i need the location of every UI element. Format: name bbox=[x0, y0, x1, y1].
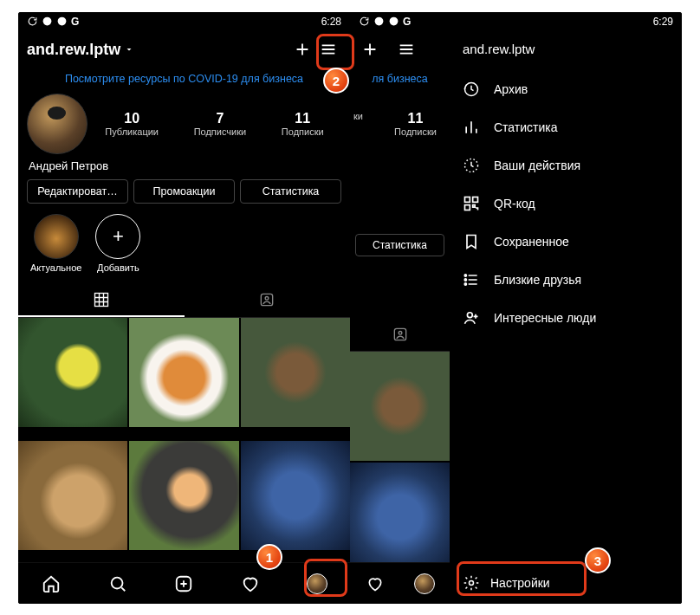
highlight-add[interactable]: + Добавить bbox=[95, 214, 140, 273]
covid-banner-partial[interactable]: ля бизнеса bbox=[350, 68, 450, 94]
nav-create[interactable] bbox=[173, 573, 194, 594]
activity-icon bbox=[463, 157, 480, 174]
nav-home[interactable] bbox=[41, 573, 62, 594]
stat-following[interactable]: 11 Подписки bbox=[282, 111, 324, 137]
profile-action-row: Редактироват… Промоакции Статистика bbox=[18, 179, 350, 204]
nav-activity[interactable] bbox=[240, 573, 261, 594]
svg-point-0 bbox=[43, 17, 52, 26]
profile-header: and.rew.lptw bbox=[18, 31, 350, 68]
svg-point-16 bbox=[464, 275, 466, 276]
svg-point-8 bbox=[390, 17, 399, 26]
clock: 6:29 bbox=[653, 16, 673, 28]
menu-label: Сохраненное bbox=[494, 235, 569, 249]
menu-insights[interactable]: Статистика bbox=[450, 108, 682, 146]
menu-discover[interactable]: Интересные люди bbox=[450, 299, 682, 337]
bottom-nav bbox=[18, 562, 350, 604]
post-thumb[interactable] bbox=[241, 441, 350, 550]
nav-profile[interactable] bbox=[414, 573, 435, 594]
svg-point-17 bbox=[464, 279, 466, 281]
covid-banner[interactable]: Посмотрите ресурсы по COVID-19 для бизне… bbox=[18, 68, 350, 94]
post-thumb[interactable] bbox=[129, 318, 238, 427]
phone-icon bbox=[56, 16, 68, 27]
tab-tagged[interactable] bbox=[185, 283, 351, 317]
avatar-icon bbox=[307, 573, 327, 594]
grid-icon bbox=[93, 291, 110, 308]
story-highlights: Актуальное + Добавить bbox=[18, 204, 350, 280]
insights-button[interactable]: Статистика bbox=[355, 234, 444, 256]
tagged-icon bbox=[258, 291, 275, 308]
hamburger-button[interactable] bbox=[315, 36, 341, 62]
clock: 6:28 bbox=[321, 16, 341, 28]
menu-label: Архив bbox=[494, 82, 528, 96]
heart-icon bbox=[241, 574, 260, 593]
post-thumb[interactable] bbox=[350, 463, 450, 562]
tab-grid[interactable] bbox=[18, 283, 185, 317]
menu-username: and.rew.lptw bbox=[450, 31, 682, 70]
refresh-icon bbox=[359, 16, 370, 27]
profile-avatar[interactable] bbox=[27, 94, 88, 154]
insights-button[interactable]: Статистика bbox=[240, 179, 341, 204]
home-icon bbox=[42, 574, 61, 593]
avatar-icon bbox=[414, 573, 435, 594]
edit-profile-button[interactable]: Редактироват… bbox=[27, 179, 128, 204]
chat-icon bbox=[42, 16, 53, 27]
profile-tabs bbox=[18, 283, 350, 318]
menu-archive[interactable]: Архив bbox=[450, 70, 682, 108]
profile-stats-row: 10 Публикации 7 Подписчики 11 Подписки bbox=[18, 94, 350, 154]
phone-menu: G 6:29 ля бизнеса bbox=[350, 12, 682, 604]
menu-activity[interactable]: Ваши действия bbox=[450, 146, 682, 184]
refresh-icon bbox=[27, 16, 38, 27]
bookmark-icon bbox=[463, 233, 480, 250]
status-bar: G 6:29 bbox=[350, 12, 682, 31]
svg-point-5 bbox=[112, 577, 123, 588]
menu-qr[interactable]: QR-код bbox=[450, 184, 682, 223]
svg-rect-2 bbox=[94, 293, 107, 306]
phone-icon bbox=[388, 16, 399, 27]
archive-icon bbox=[463, 81, 480, 98]
post-thumb[interactable] bbox=[350, 352, 450, 461]
stat-posts[interactable]: 10 Публикации bbox=[105, 111, 159, 137]
menu-settings[interactable]: Настройки bbox=[450, 564, 682, 604]
highlight-label: Добавить bbox=[95, 262, 140, 273]
nav-activity[interactable] bbox=[365, 573, 386, 594]
heart-icon bbox=[366, 575, 384, 592]
stat-followers[interactable]: 7 Подписчики bbox=[194, 111, 247, 137]
highlight-label: Актуальное bbox=[30, 262, 81, 273]
g-icon: G bbox=[71, 16, 79, 28]
post-thumb[interactable] bbox=[18, 318, 127, 427]
menu-close-friends[interactable]: Близкие друзья bbox=[450, 261, 682, 299]
post-thumb[interactable] bbox=[129, 441, 238, 550]
post-thumb[interactable] bbox=[241, 318, 350, 427]
svg-point-1 bbox=[58, 17, 67, 26]
svg-point-4 bbox=[265, 296, 269, 300]
post-thumb[interactable] bbox=[18, 441, 127, 550]
svg-point-20 bbox=[470, 581, 474, 586]
plus-box-icon bbox=[174, 574, 193, 593]
plus-icon bbox=[293, 40, 312, 59]
promotions-button[interactable]: Промоакции bbox=[133, 179, 235, 204]
qr-icon bbox=[463, 195, 480, 212]
chat-icon bbox=[373, 16, 385, 27]
menu-saved[interactable]: Сохраненное bbox=[450, 223, 682, 261]
gear-icon bbox=[463, 574, 480, 592]
plus-icon bbox=[360, 40, 379, 59]
nav-search[interactable] bbox=[107, 573, 128, 594]
menu-label: Близкие друзья bbox=[494, 273, 581, 287]
nav-profile[interactable] bbox=[307, 573, 327, 594]
tab-tagged[interactable] bbox=[350, 317, 450, 352]
chevron-down-icon bbox=[124, 44, 134, 55]
create-button[interactable] bbox=[357, 36, 383, 62]
phone-profile: G 6:28 and.rew.lptw Посмотрите ресурсы п… bbox=[18, 12, 350, 604]
svg-rect-15 bbox=[465, 205, 470, 210]
display-name: Андрей Петров bbox=[18, 154, 350, 179]
highlight-actual[interactable]: Актуальное bbox=[30, 214, 81, 273]
hamburger-button[interactable] bbox=[393, 36, 419, 62]
tagged-icon bbox=[392, 326, 409, 343]
side-menu: and.rew.lptw Архив Статистика bbox=[450, 31, 682, 604]
create-button[interactable] bbox=[289, 36, 315, 62]
svg-point-10 bbox=[399, 331, 402, 334]
posts-grid bbox=[18, 318, 350, 562]
username-dropdown[interactable]: and.rew.lptw bbox=[27, 41, 134, 59]
hamburger-icon bbox=[397, 40, 416, 59]
list-icon bbox=[463, 271, 480, 288]
